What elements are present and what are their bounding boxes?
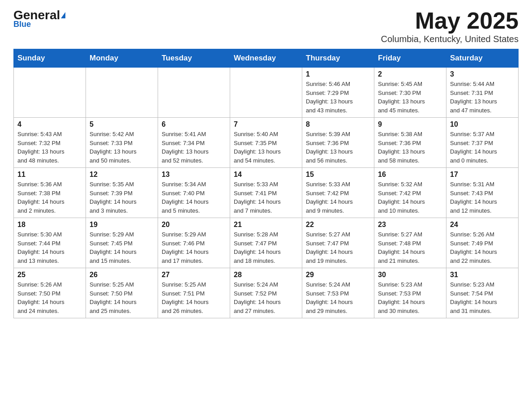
- day-number: 18: [17, 221, 82, 229]
- day-info: Sunrise: 5:38 AM Sunset: 7:36 PM Dayligh…: [378, 130, 442, 165]
- day-info: Sunrise: 5:30 AM Sunset: 7:44 PM Dayligh…: [17, 230, 82, 265]
- day-number: 17: [450, 171, 515, 179]
- calendar-cell: 10Sunrise: 5:37 AM Sunset: 7:37 PM Dayli…: [446, 118, 519, 168]
- day-number: 25: [17, 271, 82, 279]
- day-info: Sunrise: 5:42 AM Sunset: 7:33 PM Dayligh…: [90, 130, 154, 165]
- day-info: Sunrise: 5:37 AM Sunset: 7:37 PM Dayligh…: [450, 130, 515, 165]
- day-number: 10: [450, 120, 515, 128]
- calendar-cell: 5Sunrise: 5:42 AM Sunset: 7:33 PM Daylig…: [86, 118, 158, 168]
- day-number: 20: [162, 221, 226, 229]
- calendar-cell: 2Sunrise: 5:45 AM Sunset: 7:30 PM Daylig…: [374, 68, 446, 118]
- calendar-header-row: SundayMondayTuesdayWednesdayThursdayFrid…: [14, 49, 519, 68]
- page-header: General Blue May 2025 Columbia, Kentucky…: [13, 9, 519, 44]
- day-number: 14: [234, 171, 298, 179]
- calendar-cell: 17Sunrise: 5:31 AM Sunset: 7:43 PM Dayli…: [446, 168, 519, 218]
- day-info: Sunrise: 5:27 AM Sunset: 7:47 PM Dayligh…: [306, 230, 370, 265]
- day-number: 6: [162, 120, 226, 128]
- calendar-cell: 28Sunrise: 5:24 AM Sunset: 7:52 PM Dayli…: [230, 268, 302, 318]
- calendar-cell: 9Sunrise: 5:38 AM Sunset: 7:36 PM Daylig…: [374, 118, 446, 168]
- day-number: 8: [306, 120, 370, 128]
- calendar-header-sunday: Sunday: [14, 49, 86, 68]
- day-info: Sunrise: 5:29 AM Sunset: 7:46 PM Dayligh…: [162, 230, 226, 265]
- calendar-week-row: 18Sunrise: 5:30 AM Sunset: 7:44 PM Dayli…: [14, 218, 519, 268]
- calendar-cell: 11Sunrise: 5:36 AM Sunset: 7:38 PM Dayli…: [14, 168, 86, 218]
- calendar-header-saturday: Saturday: [446, 49, 519, 68]
- day-info: Sunrise: 5:39 AM Sunset: 7:36 PM Dayligh…: [306, 130, 370, 165]
- calendar-cell: 12Sunrise: 5:35 AM Sunset: 7:39 PM Dayli…: [86, 168, 158, 218]
- day-info: Sunrise: 5:23 AM Sunset: 7:54 PM Dayligh…: [450, 280, 515, 315]
- day-info: Sunrise: 5:46 AM Sunset: 7:29 PM Dayligh…: [306, 80, 370, 115]
- day-info: Sunrise: 5:32 AM Sunset: 7:42 PM Dayligh…: [378, 180, 442, 215]
- day-info: Sunrise: 5:41 AM Sunset: 7:34 PM Dayligh…: [162, 130, 226, 165]
- day-number: 15: [306, 171, 370, 179]
- day-number: 4: [17, 120, 82, 128]
- day-info: Sunrise: 5:33 AM Sunset: 7:41 PM Dayligh…: [234, 180, 298, 215]
- day-number: 26: [90, 271, 154, 279]
- calendar-header-thursday: Thursday: [302, 49, 374, 68]
- calendar-week-row: 25Sunrise: 5:26 AM Sunset: 7:50 PM Dayli…: [14, 268, 519, 318]
- calendar-cell: 25Sunrise: 5:26 AM Sunset: 7:50 PM Dayli…: [14, 268, 86, 318]
- calendar-cell: 4Sunrise: 5:43 AM Sunset: 7:32 PM Daylig…: [14, 118, 86, 168]
- day-number: 21: [234, 221, 298, 229]
- day-info: Sunrise: 5:44 AM Sunset: 7:31 PM Dayligh…: [450, 80, 515, 115]
- calendar-cell: [14, 68, 86, 118]
- calendar-cell: [158, 68, 230, 118]
- day-info: Sunrise: 5:45 AM Sunset: 7:30 PM Dayligh…: [378, 80, 442, 115]
- logo: General Blue: [13, 9, 65, 29]
- calendar-header-wednesday: Wednesday: [230, 49, 302, 68]
- day-info: Sunrise: 5:24 AM Sunset: 7:53 PM Dayligh…: [306, 280, 370, 315]
- calendar-cell: 7Sunrise: 5:40 AM Sunset: 7:35 PM Daylig…: [230, 118, 302, 168]
- calendar-cell: 1Sunrise: 5:46 AM Sunset: 7:29 PM Daylig…: [302, 68, 374, 118]
- calendar-cell: 24Sunrise: 5:26 AM Sunset: 7:49 PM Dayli…: [446, 218, 519, 268]
- day-number: 13: [162, 171, 226, 179]
- logo-triangle-icon: [61, 12, 65, 18]
- calendar-header-friday: Friday: [374, 49, 446, 68]
- calendar-cell: 18Sunrise: 5:30 AM Sunset: 7:44 PM Dayli…: [14, 218, 86, 268]
- day-info: Sunrise: 5:40 AM Sunset: 7:35 PM Dayligh…: [234, 130, 298, 165]
- calendar-cell: 14Sunrise: 5:33 AM Sunset: 7:41 PM Dayli…: [230, 168, 302, 218]
- day-number: 29: [306, 271, 370, 279]
- day-info: Sunrise: 5:26 AM Sunset: 7:49 PM Dayligh…: [450, 230, 515, 265]
- day-info: Sunrise: 5:26 AM Sunset: 7:50 PM Dayligh…: [17, 280, 82, 315]
- day-number: 24: [450, 221, 515, 229]
- day-info: Sunrise: 5:31 AM Sunset: 7:43 PM Dayligh…: [450, 180, 515, 215]
- day-info: Sunrise: 5:24 AM Sunset: 7:52 PM Dayligh…: [234, 280, 298, 315]
- calendar-cell: 30Sunrise: 5:23 AM Sunset: 7:53 PM Dayli…: [374, 268, 446, 318]
- day-number: 30: [378, 271, 442, 279]
- calendar-header-tuesday: Tuesday: [158, 49, 230, 68]
- day-number: 7: [234, 120, 298, 128]
- day-info: Sunrise: 5:33 AM Sunset: 7:42 PM Dayligh…: [306, 180, 370, 215]
- calendar-cell: 26Sunrise: 5:25 AM Sunset: 7:50 PM Dayli…: [86, 268, 158, 318]
- day-number: 28: [234, 271, 298, 279]
- day-number: 22: [306, 221, 370, 229]
- calendar-cell: 23Sunrise: 5:27 AM Sunset: 7:48 PM Dayli…: [374, 218, 446, 268]
- day-info: Sunrise: 5:29 AM Sunset: 7:45 PM Dayligh…: [90, 230, 154, 265]
- calendar-header-monday: Monday: [86, 49, 158, 68]
- calendar-table: SundayMondayTuesdayWednesdayThursdayFrid…: [13, 49, 519, 318]
- calendar-cell: 13Sunrise: 5:34 AM Sunset: 7:40 PM Dayli…: [158, 168, 230, 218]
- calendar-cell: 8Sunrise: 5:39 AM Sunset: 7:36 PM Daylig…: [302, 118, 374, 168]
- page-title: May 2025: [381, 9, 519, 32]
- calendar-cell: [230, 68, 302, 118]
- day-info: Sunrise: 5:27 AM Sunset: 7:48 PM Dayligh…: [378, 230, 442, 265]
- calendar-cell: 22Sunrise: 5:27 AM Sunset: 7:47 PM Dayli…: [302, 218, 374, 268]
- calendar-cell: 29Sunrise: 5:24 AM Sunset: 7:53 PM Dayli…: [302, 268, 374, 318]
- calendar-cell: 16Sunrise: 5:32 AM Sunset: 7:42 PM Dayli…: [374, 168, 446, 218]
- day-number: 16: [378, 171, 442, 179]
- page-subtitle: Columbia, Kentucky, United States: [381, 34, 519, 44]
- day-number: 12: [90, 171, 154, 179]
- day-info: Sunrise: 5:36 AM Sunset: 7:38 PM Dayligh…: [17, 180, 82, 215]
- day-number: 19: [90, 221, 154, 229]
- day-number: 2: [378, 70, 442, 78]
- calendar-cell: 3Sunrise: 5:44 AM Sunset: 7:31 PM Daylig…: [446, 68, 519, 118]
- day-number: 27: [162, 271, 226, 279]
- calendar-cell: [86, 68, 158, 118]
- day-number: 3: [450, 70, 515, 78]
- day-number: 9: [378, 120, 442, 128]
- title-block: May 2025 Columbia, Kentucky, United Stat…: [381, 9, 519, 44]
- calendar-cell: 20Sunrise: 5:29 AM Sunset: 7:46 PM Dayli…: [158, 218, 230, 268]
- calendar-week-row: 1Sunrise: 5:46 AM Sunset: 7:29 PM Daylig…: [14, 68, 519, 118]
- calendar-cell: 15Sunrise: 5:33 AM Sunset: 7:42 PM Dayli…: [302, 168, 374, 218]
- calendar-cell: 27Sunrise: 5:25 AM Sunset: 7:51 PM Dayli…: [158, 268, 230, 318]
- day-number: 23: [378, 221, 442, 229]
